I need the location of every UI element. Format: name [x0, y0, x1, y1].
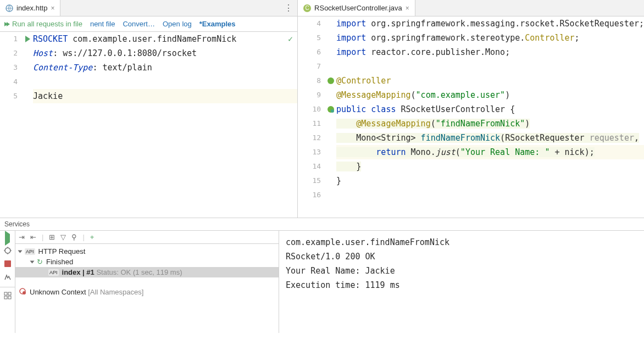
api-icon: API	[48, 269, 59, 276]
run-all-button[interactable]: Run all requests in file	[4, 20, 82, 28]
add-icon[interactable]: +	[90, 233, 95, 241]
services-toolbar: ⇥ ⇤ | ⊞ ▽ ⚲ | +	[15, 231, 279, 244]
right-editor[interactable]: 4 5 6 7 8 9 10 11 12 13 14 15 16	[298, 16, 644, 218]
services-panel: Services ⇥ ⇤ | ⊞ ▽ ⚲ | +	[0, 218, 644, 333]
layout-icon[interactable]	[4, 292, 12, 301]
http-toolbar: Run all requests in file nent file Conve…	[0, 16, 297, 32]
run-gutter-icon[interactable]	[25, 36, 30, 42]
nent-file-link[interactable]: nent file	[90, 20, 115, 28]
svg-rect-9	[8, 292, 11, 295]
svg-point-5	[331, 109, 334, 113]
svg-point-13	[23, 291, 26, 294]
collapse-all-icon[interactable]: ⇤	[30, 233, 36, 241]
context-icon	[19, 287, 26, 297]
right-tabs: C RSocketUserController.java ×	[298, 0, 644, 16]
api-icon: API	[25, 248, 35, 255]
run-all-label: Run all requests in file	[12, 20, 82, 28]
svg-rect-8	[4, 292, 7, 295]
close-icon[interactable]: ×	[51, 4, 54, 12]
tab-java-file[interactable]: C RSocketUserController.java ×	[298, 0, 415, 16]
http-file-icon	[5, 4, 13, 12]
tab-overflow-icon[interactable]: ⋮	[280, 3, 297, 13]
svg-point-3	[327, 77, 334, 84]
output-line: Execution time: 1119 ms	[286, 278, 637, 292]
filter-icon[interactable]: ▽	[60, 233, 66, 241]
tab-label: RSocketUserController.java	[314, 4, 402, 12]
open-log-link[interactable]: Open log	[163, 20, 192, 28]
spring-mapping-icon[interactable]	[325, 102, 336, 116]
svg-point-6	[5, 248, 10, 253]
svg-rect-10	[4, 296, 7, 299]
expand-all-icon[interactable]: ⇥	[19, 233, 25, 241]
left-marks	[22, 32, 33, 218]
tree-http-request[interactable]: API HTTP Request	[15, 246, 279, 257]
java-class-icon: C	[303, 4, 311, 12]
pin-icon[interactable]: ⚲	[71, 233, 77, 241]
chevron-down-icon	[18, 250, 23, 253]
stop-icon[interactable]	[4, 260, 11, 269]
svg-text:C: C	[305, 5, 309, 11]
debug-icon[interactable]	[4, 247, 12, 256]
close-icon[interactable]: ×	[406, 4, 409, 12]
right-marks	[325, 16, 336, 218]
tree-finished[interactable]: ↻ Finished	[15, 257, 279, 267]
svg-rect-7	[4, 260, 11, 267]
examples-link[interactable]: *Examples	[199, 20, 236, 28]
right-gutter: 4 5 6 7 8 9 10 11 12 13 14 15 16	[298, 16, 325, 218]
tree-unknown-context[interactable]: Unknown Context [All Namespaces]	[15, 286, 279, 298]
run-icon[interactable]	[5, 234, 10, 242]
left-gutter: 1 2 3 4 5	[0, 32, 22, 218]
left-editor[interactable]: 1 2 3 4 5 RSOCKET com.example.user.findN…	[0, 32, 297, 218]
services-side-toolbar	[0, 231, 15, 333]
svg-rect-11	[8, 296, 11, 299]
left-tabs: index.http × ⋮	[0, 0, 297, 16]
output-line: Your Real Name: Jackie	[286, 264, 637, 278]
refresh-icon: ↻	[37, 258, 43, 266]
services-output: com.example.user.findNameFromNick RSocke…	[279, 231, 644, 333]
output-line: com.example.user.findNameFromNick	[286, 235, 637, 249]
output-line: RSocket/1.0 200 OK	[286, 249, 637, 264]
tree-request-item[interactable]: API index | #1 Status: OK (1 sec, 119 ms…	[15, 267, 279, 277]
tab-index-http[interactable]: index.http ×	[0, 0, 60, 16]
check-icon: ✓	[288, 32, 293, 46]
services-title: Services	[0, 218, 644, 231]
chevron-down-icon	[30, 260, 35, 263]
services-tree: API HTTP Request ↻ Finished API index | …	[15, 244, 279, 300]
settings-icon[interactable]	[4, 273, 12, 282]
spring-bean-icon[interactable]	[325, 74, 336, 88]
tab-label: index.http	[16, 4, 47, 12]
convert-link[interactable]: Convert…	[123, 20, 155, 28]
group-icon[interactable]: ⊞	[49, 233, 55, 241]
